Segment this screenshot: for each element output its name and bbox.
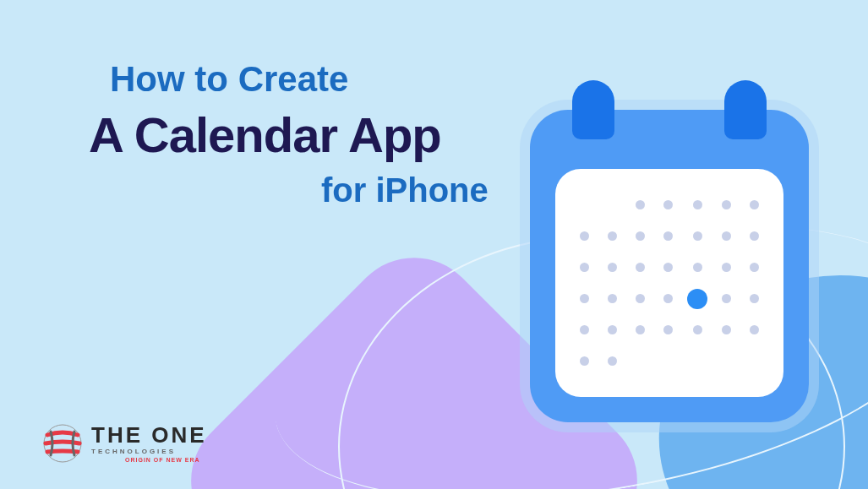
calendar-ring-icon [724, 80, 767, 139]
calendar-dot [636, 200, 645, 209]
calendar-dot [636, 294, 645, 303]
logo-company-name: THE ONE [91, 424, 207, 446]
heading-line3: for iPhone [321, 171, 489, 209]
calendar-dot [750, 231, 759, 241]
logo-tagline: ORIGIN OF NEW ERA [125, 457, 207, 463]
company-logo: THE ONE TECHNOLOGIES ORIGIN OF NEW ERA [42, 423, 207, 464]
calendar-dot [580, 325, 589, 334]
calendar-dot [722, 294, 731, 303]
calendar-dot [693, 231, 702, 241]
calendar-dot [722, 231, 731, 241]
calendar-dot [750, 200, 759, 209]
calendar-dot [722, 263, 731, 272]
calendar-dot [722, 200, 731, 209]
logo-globe-icon [42, 423, 83, 464]
calendar-dot [750, 263, 759, 272]
calendar-dot [663, 200, 673, 209]
calendar-dot [663, 263, 673, 272]
main-heading: How to Create A Calendar App for iPhone [110, 59, 489, 209]
calendar-dot [750, 294, 759, 303]
calendar-dot [580, 231, 589, 241]
calendar-dot [636, 325, 645, 334]
calendar-dot [663, 231, 673, 241]
logo-text-group: THE ONE TECHNOLOGIES ORIGIN OF NEW ERA [91, 424, 207, 463]
calendar-ring-icon [572, 80, 614, 139]
calendar-dot [608, 325, 617, 334]
heading-line2: A Calendar App [89, 106, 489, 163]
calendar-dot [608, 263, 617, 272]
calendar-dot [663, 294, 673, 303]
calendar-dot [693, 263, 702, 272]
heading-line1: How to Create [110, 59, 489, 100]
calendar-dot [580, 356, 589, 366]
calendar-dot [636, 263, 645, 272]
calendar-dot [722, 325, 731, 334]
calendar-illustration [530, 110, 809, 422]
calendar-dot-highlighted [687, 289, 707, 309]
calendar-dot [693, 200, 702, 209]
calendar-body [530, 110, 809, 422]
calendar-dot [580, 263, 589, 272]
calendar-dot [636, 231, 645, 241]
calendar-dot [608, 356, 617, 366]
calendar-dot [693, 325, 702, 334]
calendar-dot [608, 294, 617, 303]
calendar-dot [750, 325, 759, 334]
logo-company-sub: TECHNOLOGIES [91, 448, 207, 455]
calendar-dot [663, 325, 673, 334]
calendar-dot [608, 231, 617, 241]
calendar-dot [580, 294, 589, 303]
calendar-page [555, 169, 783, 397]
